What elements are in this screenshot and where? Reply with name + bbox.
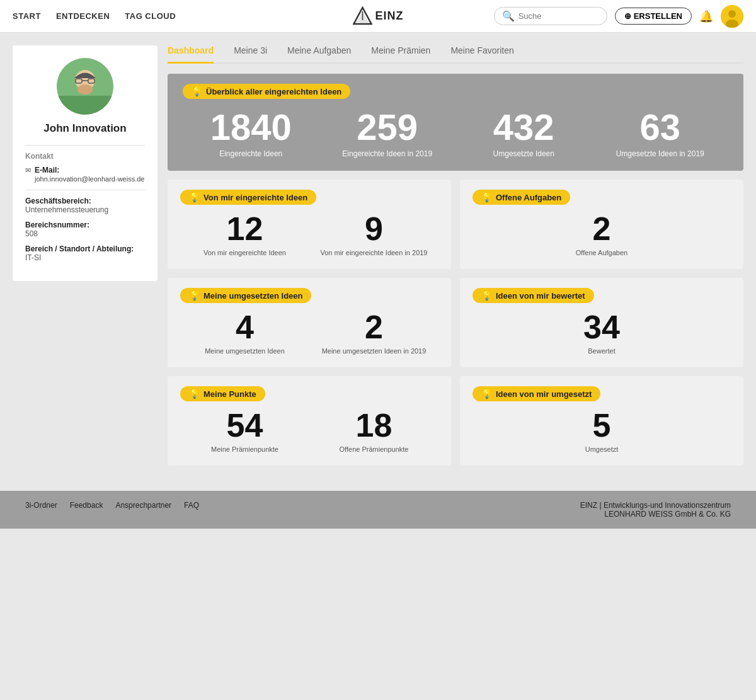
nav-right: 🔍 ⊕ ERSTELLEN 🔔 — [494, 5, 743, 28]
footer-link-feedback[interactable]: Feedback — [70, 501, 103, 510]
stat-number-2: 432 — [455, 109, 592, 146]
stat-number-1: 259 — [319, 109, 456, 146]
card-stat-3-0: 34Bewertet — [472, 311, 731, 355]
stat-label-3: Umgesetzte Ideen in 2019 — [592, 149, 729, 158]
card-label-2-1: Meine umgesetzten Ideen in 2019 — [309, 347, 438, 355]
footer-company: EINZ | Entwicklungs-und Innovationszentr… — [580, 501, 731, 519]
footer-link-faq[interactable]: FAQ — [184, 501, 199, 510]
card-0: 💡Von mir eingereichte Ideen12Von mir ein… — [168, 180, 451, 269]
avatar-image — [721, 5, 743, 28]
card-number-0-1: 9 — [309, 212, 438, 245]
geschaeftsbereich-label: Geschäftsbereich: — [25, 197, 145, 205]
bereichsnummer-label: Bereichsnummer: — [25, 221, 145, 229]
tabs: DashboardMeine 3iMeine AufgabenMeine Prä… — [168, 45, 743, 64]
svg-rect-14 — [57, 96, 113, 115]
card-stat-4-0: 54Meine Prämienpunkte — [180, 409, 309, 453]
notifications-button[interactable]: 🔔 — [699, 9, 713, 23]
card-label-3-0: Bewertet — [472, 347, 731, 355]
nav-link-entdecken[interactable]: ENTDECKEN — [56, 11, 110, 21]
stat-label-0: Eingereichte Ideen — [183, 149, 319, 158]
geschaeftsbereich-block: Geschäftsbereich: Unternehmenssteuerung — [25, 197, 145, 214]
card-2: 💡Meine umgesetzten Ideen4Meine umgesetzt… — [168, 278, 451, 367]
card-badge-5: 💡Ideen von mir umgesetzt — [472, 386, 600, 401]
card-stat-2-1: 2Meine umgesetzten Ideen in 2019 — [309, 311, 438, 355]
card-4: 💡Meine Punkte54Meine Prämienpunkte18Offe… — [168, 376, 451, 466]
tab-dashboard[interactable]: Dashboard — [168, 45, 214, 64]
profile-card: John Innovation Kontakt ✉ E-Mail: john.i… — [13, 45, 158, 281]
bereichsnummer-value: 508 — [25, 229, 145, 238]
overview-card: 💡Überblick aller eingereichten Ideen1840… — [168, 74, 743, 171]
card-badge-3: 💡Ideen von mir bewertet — [472, 288, 594, 303]
email-icon: ✉ — [25, 166, 31, 175]
bereichsnummer-block: Bereichsnummer: 508 — [25, 221, 145, 238]
bereich-block: Bereich / Standort / Abteilung: IT-SI — [25, 244, 145, 262]
content-area: DashboardMeine 3iMeine AufgabenMeine Prä… — [168, 45, 743, 466]
card-stat-0-0: 12Von mir eingereichte Ideen — [180, 212, 309, 256]
overview-stat-3: 63Umgesetzte Ideen in 2019 — [592, 109, 729, 158]
email-label: E-Mail: — [35, 166, 59, 175]
search-icon: 🔍 — [502, 10, 515, 22]
footer-links: 3i-OrdnerFeedbackAnsprechpartnerFAQ — [25, 501, 199, 510]
profile-avatar — [57, 58, 113, 115]
footer-link-ansprechpartner[interactable]: Ansprechpartner — [115, 501, 171, 510]
stat-number-3: 63 — [592, 109, 729, 146]
profile-name: John Innovation — [25, 122, 145, 135]
svg-point-4 — [728, 10, 736, 18]
tab-meine-favoriten[interactable]: Meine Favoriten — [450, 45, 513, 64]
card-3: 💡Ideen von mir bewertet34Bewertet — [460, 278, 743, 367]
logo-icon — [352, 6, 372, 26]
card-stat-0-1: 9Von mir eingereichte Ideen in 2019 — [309, 212, 438, 256]
cards-grid: 💡Von mir eingereichte Ideen12Von mir ein… — [168, 180, 743, 466]
nav-link-tag-cloud[interactable]: TAG CLOUD — [125, 11, 176, 21]
plus-icon: ⊕ — [624, 11, 631, 21]
card-stats-row-4: 54Meine Prämienpunkte18Offene Prämienpun… — [180, 409, 438, 453]
card-label-4-0: Meine Prämienpunkte — [180, 445, 309, 453]
company-line2: LEONHARD WEISS GmbH & Co. KG — [580, 510, 731, 519]
card-number-0-0: 12 — [180, 212, 309, 245]
card-stats-row-0: 12Von mir eingereichte Ideen9Von mir ein… — [180, 212, 438, 256]
card-stat-2-0: 4Meine umgesetzten Ideen — [180, 311, 309, 355]
card-badge-4: 💡Meine Punkte — [180, 386, 265, 401]
nav-links: STARTENTDECKENTAG CLOUD — [13, 11, 176, 21]
card-label-4-1: Offene Prämienpunkte — [309, 445, 438, 453]
footer: 3i-OrdnerFeedbackAnsprechpartnerFAQ EINZ… — [0, 491, 756, 529]
card-label-5-0: Umgesetzt — [472, 445, 731, 453]
nav-logo: EINZ — [352, 6, 403, 26]
footer-link-3i-ordner[interactable]: 3i-Ordner — [25, 501, 57, 510]
card-number-3-0: 34 — [472, 311, 731, 343]
profile-photo — [57, 58, 113, 115]
nav-link-start[interactable]: START — [13, 11, 41, 21]
card-5: 💡Ideen von mir umgesetzt5Umgesetzt — [460, 376, 743, 466]
profile-divider — [25, 145, 145, 146]
card-stats-row-5: 5Umgesetzt — [472, 409, 731, 453]
card-number-2-0: 4 — [180, 311, 309, 343]
bereich-value: IT-SI — [25, 253, 145, 262]
company-line1: EINZ | Entwicklungs-und Innovationszentr… — [580, 501, 731, 510]
stat-number-0: 1840 — [183, 109, 319, 146]
navigation: STARTENTDECKENTAG CLOUD EINZ 🔍 ⊕ ERSTELL… — [0, 0, 756, 33]
search-input[interactable] — [518, 11, 599, 21]
email-row: ✉ E-Mail: john.innovation@leonhard-weiss… — [25, 166, 145, 183]
overview-stat-2: 432Umgesetzte Ideen — [455, 109, 592, 158]
geschaeftsbereich-value: Unternehmenssteuerung — [25, 205, 145, 214]
card-stat-1-0: 2Offene Aufgaben — [472, 212, 731, 256]
card-badge-2: 💡Meine umgesetzten Ideen — [180, 288, 311, 303]
card-number-4-0: 54 — [180, 409, 309, 442]
card-label-0-0: Von mir eingereichte Ideen — [180, 249, 309, 256]
tab-meine-prämien[interactable]: Meine Prämien — [371, 45, 430, 64]
search-box[interactable]: 🔍 — [494, 7, 607, 25]
card-badge-1: 💡Offene Aufgaben — [472, 190, 570, 205]
create-button[interactable]: ⊕ ERSTELLEN — [615, 8, 692, 25]
card-stats-row-3: 34Bewertet — [472, 311, 731, 355]
card-label-2-0: Meine umgesetzten Ideen — [180, 347, 309, 355]
card-number-5-0: 5 — [472, 409, 731, 442]
card-1: 💡Offene Aufgaben2Offene Aufgaben — [460, 180, 743, 269]
tab-meine-aufgaben[interactable]: Meine Aufgaben — [287, 45, 351, 64]
tab-meine-3i[interactable]: Meine 3i — [234, 45, 267, 64]
avatar[interactable] — [721, 5, 743, 28]
card-number-4-1: 18 — [309, 409, 438, 442]
card-stats-row-1: 2Offene Aufgaben — [472, 212, 731, 256]
card-stat-4-1: 18Offene Prämienpunkte — [309, 409, 438, 453]
card-stat-5-0: 5Umgesetzt — [472, 409, 731, 453]
divider-2 — [25, 190, 145, 190]
